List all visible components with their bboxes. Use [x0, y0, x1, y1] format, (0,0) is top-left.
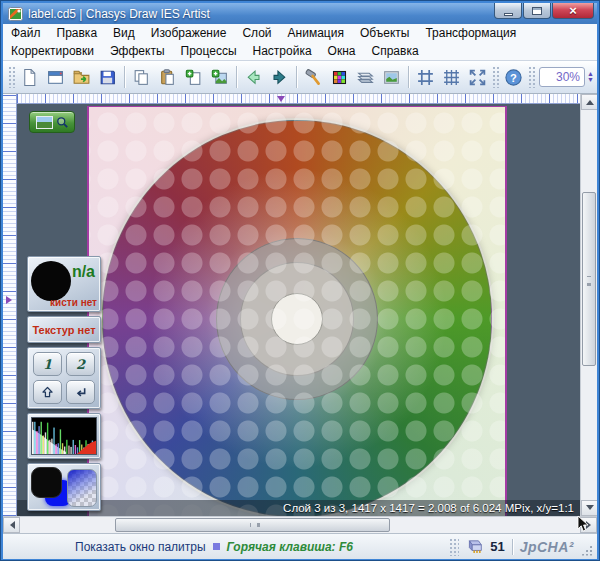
minimize-icon [504, 13, 513, 16]
add-image-layer-icon [210, 68, 229, 87]
new-document-button[interactable] [17, 65, 42, 90]
minimize-button[interactable] [494, 3, 522, 19]
brush-value: n/a [72, 263, 95, 281]
tools-hammer-icon [304, 68, 323, 87]
texture-panel[interactable]: Текстур нет [27, 316, 101, 343]
redo-button[interactable] [267, 65, 292, 90]
add-image-layer-button[interactable] [207, 65, 232, 90]
undo-icon [244, 68, 263, 87]
scroll-up-button[interactable] [581, 94, 597, 110]
menu-item-processes[interactable]: Процессы [181, 44, 237, 58]
title-bar[interactable]: label.cd5 | Chasys Draw IES Artist × [3, 3, 597, 24]
menu-item-help[interactable]: Справка [372, 44, 419, 58]
resize-grip[interactable] [581, 545, 592, 556]
ruler-marker-vertical [6, 296, 16, 304]
enter-button[interactable] [66, 380, 95, 404]
menu-item-edit[interactable]: Правка [57, 26, 98, 40]
menu-item-adjustments[interactable]: Корректировки [11, 44, 94, 58]
layer-status-overlay: Слой 3 из 3, 1417 x 1417 = 2.008 of 6.02… [17, 500, 580, 516]
menu-item-effects[interactable]: Эффекты [110, 44, 165, 58]
fullscreen-button[interactable] [465, 65, 490, 90]
layers-button[interactable] [353, 65, 378, 90]
up-arrow-icon [40, 385, 55, 400]
shift-arrow-button[interactable] [33, 380, 62, 404]
maximize-button[interactable] [523, 3, 551, 19]
grid-button[interactable] [439, 65, 464, 90]
brush-none-label: кисти нет [50, 297, 97, 308]
help-button[interactable]: ? [501, 65, 526, 90]
new-window-button[interactable] [43, 65, 68, 90]
add-page-layer-button[interactable] [181, 65, 206, 90]
menu-item-objects[interactable]: Объекты [360, 26, 410, 40]
save-button[interactable] [95, 65, 120, 90]
menu-item-animation[interactable]: Анимация [288, 26, 344, 40]
vertical-scrollbar[interactable] [580, 94, 597, 516]
vertical-scrollbar-thumb[interactable] [582, 192, 596, 366]
crop-frame-button[interactable] [413, 65, 438, 90]
navigator-button[interactable] [29, 111, 75, 133]
menu-item-settings[interactable]: Настройка [253, 44, 312, 58]
toolbar-separator [124, 66, 125, 88]
brush-panel[interactable]: n/a кисти нет [27, 256, 101, 312]
toolbar-group-5: ? [501, 65, 526, 90]
app-icon [8, 7, 23, 21]
menu-item-file[interactable]: Файл [11, 26, 41, 40]
status-message: Показать окно палитры [75, 540, 206, 554]
maximize-icon [532, 7, 542, 15]
scroll-down-button[interactable] [581, 500, 597, 516]
menu-item-image[interactable]: Изображение [151, 26, 227, 40]
toolbar-grip[interactable] [528, 66, 535, 88]
window-title: label.cd5 | Chasys Draw IES Artist [28, 7, 210, 21]
status-bullet-icon [213, 543, 220, 550]
palette-button[interactable] [327, 65, 352, 90]
help-icon: ? [504, 68, 523, 87]
menu-item-layer[interactable]: Слой [242, 26, 271, 40]
spinner-down-icon: ▼ [587, 77, 594, 83]
memory-chip-icon [466, 539, 483, 554]
gradient-transparency-swatch[interactable] [67, 469, 97, 507]
preset-2-button[interactable]: 2 [66, 352, 95, 376]
toolbar-grip[interactable] [492, 66, 499, 88]
toolbar-group-0 [17, 65, 120, 90]
canvas-viewport[interactable]: Слой 3 из 3, 1417 x 1417 = 2.008 of 6.02… [17, 104, 580, 516]
menu-row-1: ФайлПравкаВидИзображениеСлойАнимацияОбъе… [11, 24, 589, 42]
zoom-level-input[interactable]: 30% [539, 67, 585, 87]
copy-button[interactable] [129, 65, 154, 90]
menu-bar: ФайлПравкаВидИзображениеСлойАнимацияОбъе… [3, 24, 597, 61]
quick-buttons-panel: 1 2 [27, 347, 101, 409]
statusbar-grip [449, 538, 459, 556]
scroll-left-button[interactable] [3, 517, 20, 533]
zoom-spinner[interactable]: ▲▼ [587, 71, 594, 83]
foreground-color-swatch[interactable] [31, 467, 62, 498]
ruler-marker-horizontal [277, 96, 285, 106]
horizontal-scrollbar-thumb[interactable] [115, 518, 390, 532]
canvas-image-button[interactable] [379, 65, 404, 90]
histogram-image [31, 417, 97, 455]
preset-1-button[interactable]: 1 [33, 352, 62, 376]
open-file-icon [72, 68, 91, 87]
open-file-button[interactable] [69, 65, 94, 90]
toolbar-group-2 [241, 65, 292, 90]
magnifier-icon [56, 116, 69, 129]
cd-label-image[interactable] [87, 106, 507, 516]
new-window-icon [46, 68, 65, 87]
toolbar-grip[interactable] [8, 66, 15, 88]
tools-hammer-button[interactable] [301, 65, 326, 90]
layers-icon [356, 68, 375, 87]
crop-frame-icon [416, 68, 435, 87]
app-window: label.cd5 | Chasys Draw IES Artist × Фай… [0, 0, 600, 561]
workspace: Слой 3 из 3, 1417 x 1417 = 2.008 of 6.02… [3, 94, 597, 516]
vertical-ruler [3, 94, 17, 516]
close-button[interactable]: × [552, 3, 594, 19]
menu-item-windows[interactable]: Окна [328, 44, 356, 58]
return-arrow-icon [73, 385, 88, 400]
paste-button[interactable] [155, 65, 180, 90]
histogram-panel[interactable] [27, 413, 101, 459]
menu-item-view[interactable]: Вид [113, 26, 135, 40]
undo-button[interactable] [241, 65, 266, 90]
horizontal-scrollbar[interactable] [3, 516, 597, 533]
redo-icon [270, 68, 289, 87]
menu-item-transform[interactable]: Трансформация [425, 26, 516, 40]
up-arrow-icon [586, 96, 594, 105]
paste-icon [158, 68, 177, 87]
